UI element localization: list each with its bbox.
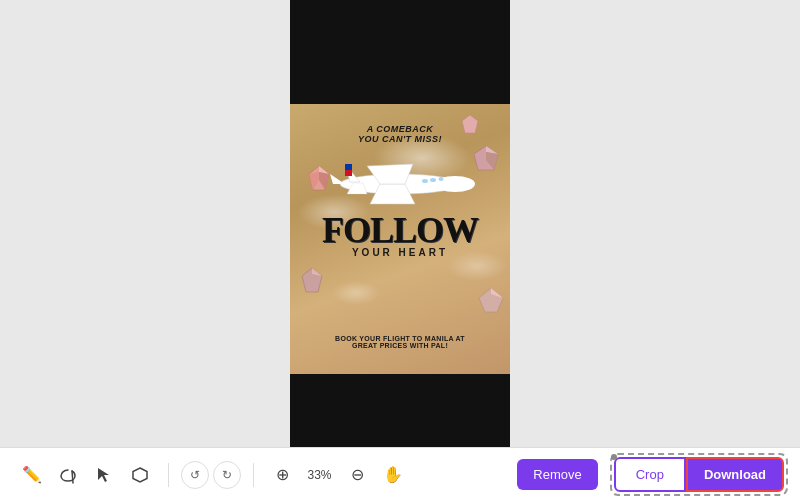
zoom-tools: ⊕ 33% ⊖ ✋	[266, 459, 409, 491]
black-bar-top	[290, 0, 510, 104]
gem-1	[305, 164, 333, 192]
download-button[interactable]: Download	[686, 457, 784, 492]
nav-tools: ↺ ↻	[181, 461, 241, 489]
zoom-level: 33%	[302, 468, 337, 482]
shape-tool[interactable]	[124, 459, 156, 491]
follow-text: FOLLOW	[322, 209, 478, 251]
svg-marker-25	[98, 468, 109, 482]
redo-button[interactable]: ↻	[213, 461, 241, 489]
your-heart-text: YOUR HEART	[352, 247, 448, 258]
image-container: A COMEBACK YOU CAN'T MISS!	[290, 0, 510, 447]
svg-line-24	[72, 471, 73, 483]
svg-point-11	[439, 177, 444, 181]
gem-4	[477, 286, 505, 314]
select-tool[interactable]	[88, 459, 120, 491]
gem-5	[460, 114, 480, 134]
divider-1	[168, 463, 169, 487]
gem-2	[472, 144, 500, 172]
lasso-tool[interactable]	[52, 459, 84, 491]
book-text: BOOK YOUR FLIGHT TO MANILA AT GREAT PRIC…	[335, 335, 465, 349]
poster-tagline: A COMEBACK YOU CAN'T MISS!	[358, 124, 442, 144]
crop-button[interactable]: Crop	[614, 457, 686, 492]
toolbar: ✏️ ↺ ↻ ⊕ 33% ⊖ ✋ Remove	[0, 447, 800, 501]
svg-rect-7	[345, 164, 352, 170]
zoom-out-button[interactable]: ⊖	[341, 459, 373, 491]
crop-download-section: Crop Download	[614, 457, 784, 492]
undo-button[interactable]: ↺	[181, 461, 209, 489]
pen-tool[interactable]: ✏️	[16, 459, 48, 491]
svg-rect-8	[345, 170, 352, 176]
svg-marker-26	[133, 468, 147, 482]
main-canvas: A COMEBACK YOU CAN'T MISS!	[0, 0, 800, 447]
black-bar-bottom	[290, 374, 510, 448]
zoom-in-button[interactable]: ⊕	[266, 459, 298, 491]
svg-point-10	[430, 178, 436, 182]
remove-button[interactable]: Remove	[517, 459, 597, 490]
hand-tool[interactable]: ✋	[377, 459, 409, 491]
drawing-tools: ✏️	[16, 459, 156, 491]
divider-2	[253, 463, 254, 487]
svg-marker-23	[462, 115, 478, 133]
poster-image: A COMEBACK YOU CAN'T MISS!	[290, 104, 510, 374]
gem-3	[298, 266, 326, 294]
svg-point-9	[422, 179, 428, 183]
corner-dot	[611, 454, 617, 460]
